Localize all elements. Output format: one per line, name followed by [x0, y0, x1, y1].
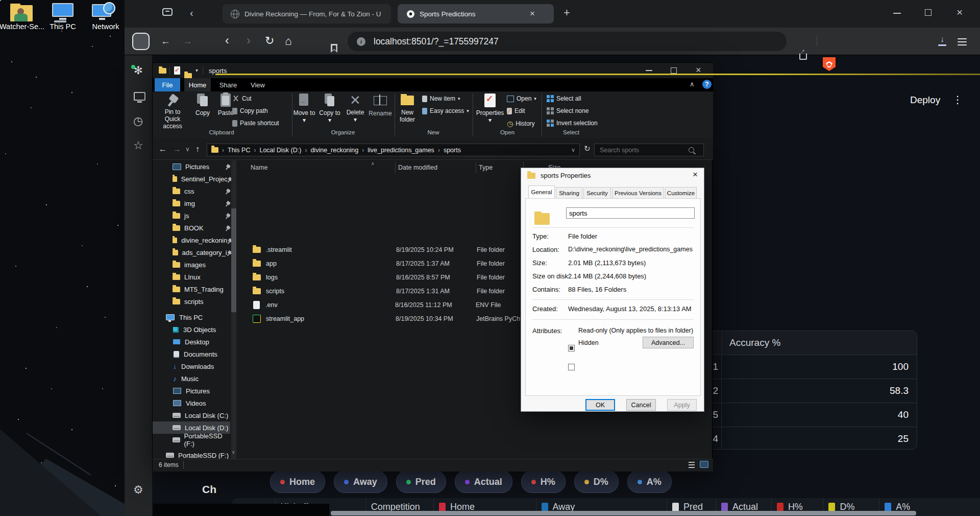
folder-name-input[interactable]	[566, 207, 695, 219]
ribbon-edit-button[interactable]: Edit	[507, 107, 525, 114]
ribbon-invert-selection-button[interactable]: Invert selection	[547, 120, 598, 127]
table-row[interactable]: 2 58.3	[704, 379, 917, 403]
desktop-icon-watcher[interactable]	[8, 3, 35, 24]
details-view-toggle-icon[interactable]	[689, 462, 695, 468]
ribbon-pin-to-quick-access-button[interactable]: Pin to Quickaccess	[157, 93, 188, 130]
ribbon-select-all-button[interactable]: Select all	[547, 95, 581, 102]
ribbon-tab-file[interactable]: File	[155, 78, 180, 91]
tree-item-downloads[interactable]: ↓Downloads	[153, 360, 230, 372]
nav-back-icon[interactable]: ←	[159, 145, 167, 154]
column-header-date-modified[interactable]: Date modified	[398, 164, 437, 171]
tree-item-portablessd-f[interactable]: PortableSSD (F:)	[153, 434, 230, 446]
tree-item-pictures-qa[interactable]: Pictures	[153, 160, 230, 173]
quick-properties-icon[interactable]: ✓	[174, 66, 180, 75]
breadcrumb-live-predictions-games[interactable]: live_predictions_games	[368, 147, 434, 154]
ribbon-tab-home[interactable]: Home	[184, 78, 211, 91]
cancel-button[interactable]: Cancel	[626, 399, 656, 411]
tree-item-3d-objects[interactable]: 3D Objects	[153, 323, 230, 336]
bookmarks-star-icon[interactable]: ☆	[133, 139, 143, 152]
ribbon-copy-to-button[interactable]: Copy to ▾	[317, 93, 342, 124]
home-button[interactable]: ⌂	[285, 34, 292, 48]
tree-item-css[interactable]: css	[153, 185, 230, 197]
device-icon[interactable]	[134, 92, 145, 103]
deploy-button[interactable]: Deploy	[910, 95, 940, 106]
browser-tab-sports-predictions[interactable]: Sports Predictions ×	[398, 4, 554, 24]
address-dropdown-icon[interactable]: ∨	[571, 147, 575, 153]
tree-item-pictures[interactable]: Pictures	[153, 385, 230, 397]
tree-scroll-down-icon[interactable]: ∨	[232, 450, 235, 455]
table-row[interactable]: 4 25	[704, 427, 917, 450]
window-minimize-button[interactable]	[893, 13, 901, 14]
legend-chip-hpct[interactable]: H%	[521, 471, 566, 493]
breadcrumb-bar[interactable]: › This PC › Local Disk (D:) › divine_rec…	[207, 144, 580, 156]
ribbon-tab-share[interactable]: Share	[215, 78, 241, 91]
tree-item-images[interactable]: images	[153, 259, 230, 271]
new-tab-button[interactable]: +	[564, 6, 570, 19]
tree-item-documents[interactable]: Documents	[153, 348, 230, 360]
apply-button[interactable]: Apply	[667, 399, 697, 411]
ribbon-tab-view[interactable]: View	[246, 78, 270, 91]
ribbon-new-folder-button[interactable]: Newfolder	[395, 93, 420, 123]
ribbon-move-to-button[interactable]: ← Move to ▾	[291, 93, 317, 124]
thumbnail-view-toggle-icon[interactable]	[700, 461, 708, 468]
quick-access-toolbar-dropdown-icon[interactable]: ▾	[195, 67, 198, 73]
ribbon-open-button[interactable]: Open▾	[507, 95, 536, 102]
browser-tab-divine-reckoning[interactable]: Divine Reckoning — From, For & To Zion -…	[223, 4, 391, 24]
legend-chip-home[interactable]: Home	[270, 471, 325, 493]
nav-up-icon[interactable]: ↑	[195, 145, 200, 154]
hidden-checkbox[interactable]	[568, 364, 575, 370]
search-icon[interactable]	[689, 147, 694, 153]
breadcrumb-sports[interactable]: sports	[444, 147, 461, 154]
column-divider[interactable]	[476, 162, 476, 173]
downloads-icon[interactable]: ↓	[938, 35, 946, 46]
dialog-close-icon[interactable]: ×	[693, 170, 698, 180]
tree-item-mt5-trading[interactable]: MT5_Trading	[153, 283, 230, 295]
ribbon-rename-button[interactable]: Rename	[367, 93, 394, 117]
ribbon-properties-button[interactable]: ✓ Properties▾	[475, 93, 505, 124]
tree-item-img[interactable]: img	[153, 197, 230, 209]
desktop-icon-this-pc-label[interactable]: This PC	[40, 22, 86, 31]
share-icon[interactable]	[799, 53, 807, 60]
tree-scrollbar-thumb[interactable]	[231, 208, 236, 312]
tree-item-desktop[interactable]: Desktop	[153, 336, 230, 348]
dialog-tab-previous-versions[interactable]: Previous Versions	[612, 187, 664, 198]
legend-chip-dpct[interactable]: D%	[574, 471, 619, 493]
tree-item-js[interactable]: js	[153, 209, 230, 222]
kebab-menu-icon[interactable]: ⋮	[952, 93, 963, 106]
dialog-tab-customize[interactable]: Customize	[665, 187, 697, 198]
ribbon-delete-button[interactable]: ✕ Delete▾	[344, 93, 367, 123]
tree-item-portablessd-f-2[interactable]: PortableSSD (F:)	[153, 449, 230, 459]
tree-item-linux[interactable]: LInux	[153, 271, 230, 283]
dialog-tab-sharing[interactable]: Sharing	[556, 187, 582, 198]
help-icon[interactable]: ?	[702, 80, 712, 89]
desktop-icon-this-pc[interactable]	[51, 3, 76, 22]
panel-forward-icon[interactable]: →	[183, 36, 192, 47]
browser-back-button[interactable]: ‹	[225, 34, 229, 48]
tree-item-sentinel[interactable]: Sentinel_Projec	[153, 173, 230, 185]
legend-chip-actual[interactable]: Actual	[455, 471, 512, 493]
tree-item-ads-category[interactable]: ads_category_i	[153, 246, 230, 259]
site-info-icon[interactable]: i	[357, 37, 365, 46]
tab-close-icon[interactable]: ×	[530, 9, 535, 19]
ribbon-collapse-icon[interactable]: ∧	[690, 80, 695, 88]
tree-item-videos[interactable]: Videos	[153, 397, 230, 409]
readonly-checkbox[interactable]	[568, 345, 575, 351]
ribbon-copy-path-button[interactable]: Copy path	[232, 107, 268, 114]
search-box[interactable]	[594, 144, 704, 156]
menu-hamburger-icon[interactable]	[958, 38, 967, 39]
column-header-name[interactable]: Name	[251, 164, 267, 171]
tree-item-book[interactable]: BOOK	[153, 222, 230, 234]
table-row[interactable]: 1 100	[704, 355, 917, 379]
window-maximize-button[interactable]	[925, 9, 932, 16]
tree-item-divine-reckoning[interactable]: divine_reckonin	[153, 234, 230, 246]
tree-item-this-pc[interactable]: This PC	[153, 311, 230, 323]
ribbon-history-button[interactable]: ◷ History	[507, 120, 535, 128]
ribbon-paste-shortcut-button[interactable]: Paste shortcut	[232, 120, 279, 127]
horizontal-scrollbar-thumb[interactable]	[331, 511, 916, 515]
collapse-sidebar-icon[interactable]: ‹	[190, 7, 193, 19]
address-bar[interactable]: i localhost:8501/?_=1755997247	[348, 32, 787, 51]
tree-item-scripts[interactable]: scripts	[153, 295, 230, 308]
window-close-button[interactable]: ×	[957, 6, 963, 18]
explorer-minimize-button[interactable]	[646, 70, 652, 71]
history-clock-icon[interactable]: ◷	[133, 114, 143, 128]
